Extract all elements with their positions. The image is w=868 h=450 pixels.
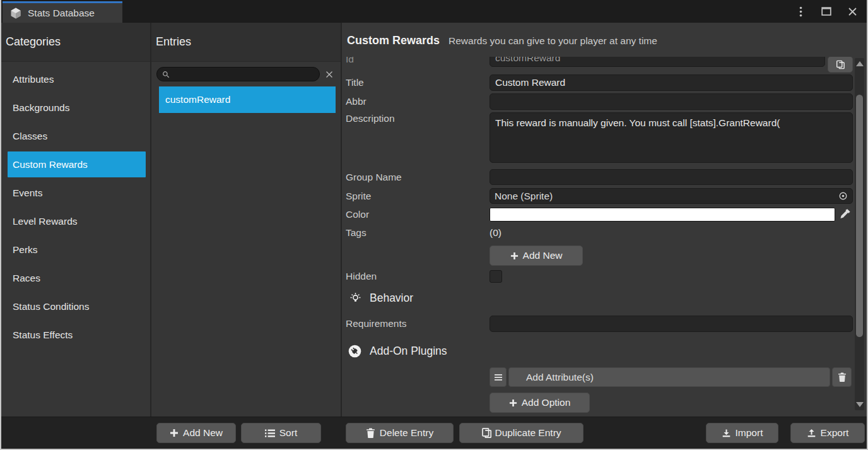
scroll-down-icon[interactable] (856, 402, 864, 407)
window-tab[interactable]: Stats Database (3, 1, 122, 23)
add-new-entry-button[interactable]: Add New (156, 423, 236, 443)
requirements-label: Requirements (346, 316, 407, 332)
import-label: Import (736, 427, 763, 439)
categories-panel: Categories Attributes Backgrounds Classe… (1, 23, 151, 417)
plus-icon (170, 429, 179, 437)
id-input (490, 57, 824, 66)
id-field (490, 57, 825, 67)
delete-entry-label: Delete Entry (380, 427, 433, 439)
plus-icon (510, 252, 519, 260)
sidebar-item-perks[interactable]: Perks (8, 237, 146, 263)
unity-asset-icon (9, 7, 22, 20)
detail-scrollbar[interactable] (855, 58, 864, 410)
color-label: Color (346, 206, 369, 223)
search-clear-icon[interactable] (323, 68, 336, 81)
tags-label: Tags (346, 225, 367, 241)
copy-id-button[interactable] (828, 57, 853, 73)
group-name-input[interactable] (490, 170, 852, 184)
group-name-field[interactable] (490, 169, 853, 185)
window-title: Stats Database (28, 8, 95, 19)
copy-icon (836, 60, 845, 69)
sidebar-item-events[interactable]: Events (8, 180, 146, 206)
addons-section-label: Add-On Plugins (370, 345, 447, 358)
export-label: Export (821, 427, 849, 439)
add-option-label: Add Option (522, 397, 571, 408)
sidebar-item-level-rewards[interactable]: Level Rewards (8, 208, 146, 234)
description-label: Description (346, 110, 395, 127)
delete-addon-button[interactable] (832, 367, 852, 387)
entries-body: customReward (151, 61, 341, 417)
sidebar-item-status-effects[interactable]: Status Effects (8, 322, 146, 348)
abbr-label: Abbr (346, 93, 367, 110)
window-controls (795, 0, 858, 23)
add-tag-button[interactable]: Add New (490, 246, 583, 266)
tags-count: (0) (490, 225, 501, 241)
detail-panel: Custom Rewards Rewards you can give to y… (342, 23, 867, 417)
close-icon[interactable] (847, 6, 858, 17)
categories-header: Categories (1, 23, 150, 61)
title-field[interactable] (490, 74, 853, 91)
requirements-field[interactable] (490, 316, 853, 332)
hamburger-icon (495, 374, 502, 381)
trash-icon (366, 428, 375, 438)
sidebar-item-classes[interactable]: Classes (8, 123, 146, 149)
plus-icon (509, 399, 517, 407)
scrollbar-thumb[interactable] (856, 95, 863, 337)
sidebar-item-status-conditions[interactable]: Status Conditions (8, 293, 146, 319)
sidebar-item-races[interactable]: Races (8, 265, 146, 291)
sidebar-item-backgrounds[interactable]: Backgrounds (8, 95, 146, 121)
sort-list-icon (265, 429, 275, 437)
sort-label: Sort (279, 427, 297, 439)
duplicate-icon (481, 427, 493, 439)
color-swatch[interactable] (490, 208, 835, 222)
delete-entry-button[interactable]: Delete Entry (346, 423, 454, 443)
sidebar-item-custom-rewards[interactable]: Custom Rewards (8, 151, 146, 177)
reorder-handle-button[interactable] (490, 367, 507, 387)
detail-header: Custom Rewards Rewards you can give to y… (342, 23, 867, 57)
sort-button[interactable]: Sort (241, 423, 321, 443)
eyedropper-icon[interactable] (839, 208, 852, 220)
add-option-button[interactable]: Add Option (490, 393, 590, 413)
object-picker-icon[interactable] (838, 191, 848, 201)
bottom-toolbar: Add New Sort Delete Entry (1, 417, 867, 449)
export-icon (807, 429, 816, 438)
plugin-icon (348, 345, 361, 358)
main-content: Categories Attributes Backgrounds Classe… (1, 23, 867, 417)
duplicate-entry-button[interactable]: Duplicate Entry (459, 423, 584, 443)
entries-search-input[interactable] (173, 69, 314, 80)
description-field[interactable]: This reward is manually given. You must … (490, 112, 853, 163)
sidebar-item-attributes[interactable]: Attributes (8, 66, 146, 92)
entries-search-row (151, 67, 341, 81)
abbr-input[interactable] (490, 94, 852, 109)
hidden-checkbox[interactable] (490, 270, 502, 283)
detail-subtitle: Rewards you can give to your player at a… (449, 35, 657, 47)
detail-title: Custom Rewards (347, 34, 440, 47)
behavior-section-label: Behavior (370, 292, 413, 305)
search-icon (162, 71, 170, 78)
add-tag-label: Add New (523, 250, 563, 261)
window-menu-icon[interactable] (795, 6, 806, 17)
entries-search-box[interactable] (156, 67, 320, 81)
id-label: Id (346, 57, 354, 68)
import-icon (722, 429, 731, 438)
group-name-label: Group Name (346, 169, 402, 186)
titlebar: Stats Database (1, 0, 867, 23)
hidden-label: Hidden (346, 268, 377, 285)
entries-panel: Entries (151, 23, 342, 417)
entry-item-customreward[interactable]: customReward (159, 86, 336, 113)
import-button[interactable]: Import (706, 423, 778, 443)
trash-icon (838, 372, 847, 382)
behavior-section-header: Behavior (349, 292, 413, 305)
title-label: Title (346, 74, 364, 91)
abbr-field[interactable] (490, 93, 853, 110)
maximize-icon[interactable] (821, 6, 832, 17)
export-button[interactable]: Export (790, 423, 865, 443)
sprite-value: None (Sprite) (495, 191, 838, 202)
stats-database-window: Stats Database Catego (0, 0, 868, 450)
title-input[interactable] (490, 75, 852, 90)
scroll-up-icon[interactable] (856, 61, 864, 66)
requirements-input[interactable] (490, 316, 852, 331)
sprite-object-field[interactable]: None (Sprite) (490, 188, 853, 204)
add-attributes-dropdown[interactable]: Add Attribute(s) (508, 367, 830, 387)
sprite-label: Sprite (346, 188, 372, 204)
